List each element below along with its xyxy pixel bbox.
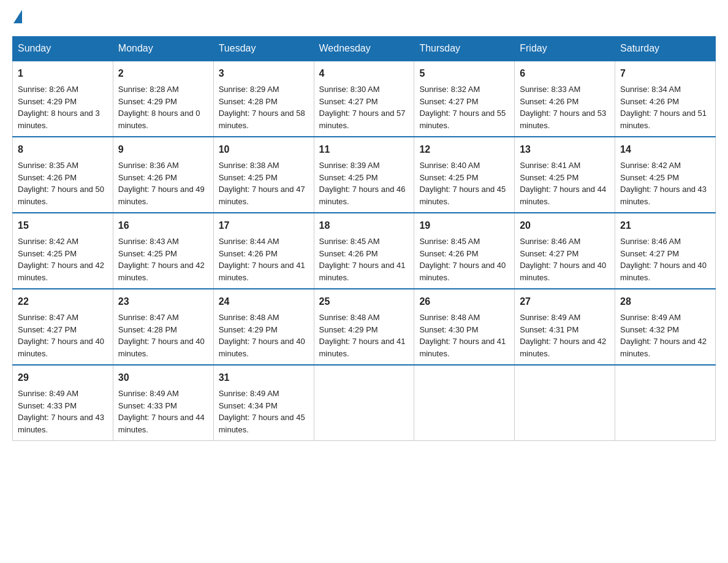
calendar-cell: 28Sunrise: 8:49 AMSunset: 4:32 PMDayligh… bbox=[615, 289, 716, 365]
sunrise-text: Sunrise: 8:29 AM bbox=[219, 83, 309, 96]
daylight-text: Daylight: 7 hours and 40 minutes. bbox=[419, 259, 509, 283]
daylight-text: Daylight: 7 hours and 40 minutes. bbox=[520, 259, 610, 283]
day-number: 19 bbox=[419, 218, 509, 233]
sunrise-text: Sunrise: 8:47 AM bbox=[18, 312, 108, 324]
sunrise-text: Sunrise: 8:47 AM bbox=[118, 312, 208, 324]
calendar-cell: 4Sunrise: 8:30 AMSunset: 4:27 PMDaylight… bbox=[314, 61, 414, 137]
daylight-text: Daylight: 7 hours and 43 minutes. bbox=[620, 183, 710, 207]
daylight-text: Daylight: 7 hours and 57 minutes. bbox=[319, 107, 409, 131]
day-number: 13 bbox=[520, 142, 610, 157]
sunrise-text: Sunrise: 8:26 AM bbox=[18, 83, 108, 96]
calendar-cell: 23Sunrise: 8:47 AMSunset: 4:28 PMDayligh… bbox=[113, 289, 213, 365]
daylight-text: Daylight: 7 hours and 40 minutes. bbox=[219, 335, 309, 359]
daylight-text: Daylight: 7 hours and 40 minutes. bbox=[620, 259, 710, 283]
sunrise-text: Sunrise: 8:46 AM bbox=[520, 236, 610, 248]
col-header-saturday: Saturday bbox=[615, 37, 716, 61]
sunset-text: Sunset: 4:33 PM bbox=[118, 400, 208, 412]
sunset-text: Sunset: 4:25 PM bbox=[620, 172, 710, 184]
sunset-text: Sunset: 4:33 PM bbox=[18, 400, 108, 412]
calendar-cell: 14Sunrise: 8:42 AMSunset: 4:25 PMDayligh… bbox=[615, 137, 716, 213]
logo bbox=[12, 12, 29, 27]
daylight-text: Daylight: 7 hours and 46 minutes. bbox=[319, 183, 409, 207]
day-number: 7 bbox=[620, 66, 710, 81]
day-number: 24 bbox=[219, 294, 309, 309]
sunset-text: Sunset: 4:26 PM bbox=[118, 172, 208, 184]
daylight-text: Daylight: 7 hours and 45 minutes. bbox=[219, 412, 309, 435]
sunrise-text: Sunrise: 8:43 AM bbox=[118, 236, 208, 248]
sunset-text: Sunset: 4:27 PM bbox=[319, 96, 409, 108]
daylight-text: Daylight: 7 hours and 55 minutes. bbox=[419, 107, 509, 131]
col-header-monday: Monday bbox=[113, 37, 213, 61]
day-number: 4 bbox=[319, 66, 409, 81]
daylight-text: Daylight: 7 hours and 42 minutes. bbox=[18, 259, 108, 283]
day-number: 27 bbox=[520, 294, 610, 309]
sunset-text: Sunset: 4:29 PM bbox=[219, 324, 309, 336]
day-number: 10 bbox=[219, 142, 309, 157]
sunrise-text: Sunrise: 8:45 AM bbox=[419, 236, 509, 248]
daylight-text: Daylight: 7 hours and 42 minutes. bbox=[118, 259, 208, 283]
sunrise-text: Sunrise: 8:48 AM bbox=[419, 312, 509, 324]
day-number: 31 bbox=[219, 370, 309, 385]
calendar-cell: 16Sunrise: 8:43 AMSunset: 4:25 PMDayligh… bbox=[113, 213, 213, 289]
calendar-cell: 25Sunrise: 8:48 AMSunset: 4:29 PMDayligh… bbox=[314, 289, 414, 365]
calendar-cell: 24Sunrise: 8:48 AMSunset: 4:29 PMDayligh… bbox=[213, 289, 314, 365]
calendar-cell: 5Sunrise: 8:32 AMSunset: 4:27 PMDaylight… bbox=[414, 61, 515, 137]
sunset-text: Sunset: 4:32 PM bbox=[620, 324, 710, 336]
calendar-cell bbox=[314, 365, 414, 441]
sunset-text: Sunset: 4:34 PM bbox=[219, 400, 309, 412]
day-number: 2 bbox=[118, 66, 208, 81]
day-number: 29 bbox=[18, 370, 108, 385]
sunrise-text: Sunrise: 8:33 AM bbox=[520, 83, 610, 96]
calendar-cell: 27Sunrise: 8:49 AMSunset: 4:31 PMDayligh… bbox=[515, 289, 615, 365]
daylight-text: Daylight: 7 hours and 41 minutes. bbox=[219, 259, 309, 283]
sunrise-text: Sunrise: 8:28 AM bbox=[118, 83, 208, 96]
day-number: 15 bbox=[18, 218, 108, 233]
daylight-text: Daylight: 7 hours and 41 minutes. bbox=[419, 335, 509, 359]
sunset-text: Sunset: 4:25 PM bbox=[419, 172, 509, 184]
daylight-text: Daylight: 8 hours and 0 minutes. bbox=[118, 107, 208, 131]
daylight-text: Daylight: 7 hours and 40 minutes. bbox=[18, 335, 108, 359]
sunrise-text: Sunrise: 8:48 AM bbox=[319, 312, 409, 324]
daylight-text: Daylight: 7 hours and 41 minutes. bbox=[319, 335, 409, 359]
calendar-cell: 20Sunrise: 8:46 AMSunset: 4:27 PMDayligh… bbox=[515, 213, 615, 289]
calendar-cell: 15Sunrise: 8:42 AMSunset: 4:25 PMDayligh… bbox=[13, 213, 113, 289]
calendar-cell: 7Sunrise: 8:34 AMSunset: 4:26 PMDaylight… bbox=[615, 61, 716, 137]
sunrise-text: Sunrise: 8:32 AM bbox=[419, 83, 509, 96]
sunrise-text: Sunrise: 8:48 AM bbox=[219, 312, 309, 324]
calendar-cell: 1Sunrise: 8:26 AMSunset: 4:29 PMDaylight… bbox=[13, 61, 113, 137]
daylight-text: Daylight: 7 hours and 42 minutes. bbox=[620, 335, 710, 359]
sunrise-text: Sunrise: 8:49 AM bbox=[520, 312, 610, 324]
sunrise-text: Sunrise: 8:40 AM bbox=[419, 159, 509, 172]
sunrise-text: Sunrise: 8:49 AM bbox=[620, 312, 710, 324]
day-number: 25 bbox=[319, 294, 409, 309]
col-header-wednesday: Wednesday bbox=[314, 37, 414, 61]
sunset-text: Sunset: 4:27 PM bbox=[419, 96, 509, 108]
calendar-cell: 3Sunrise: 8:29 AMSunset: 4:28 PMDaylight… bbox=[213, 61, 314, 137]
sunrise-text: Sunrise: 8:41 AM bbox=[520, 159, 610, 172]
day-number: 20 bbox=[520, 218, 610, 233]
calendar-cell: 18Sunrise: 8:45 AMSunset: 4:26 PMDayligh… bbox=[314, 213, 414, 289]
daylight-text: Daylight: 7 hours and 50 minutes. bbox=[18, 183, 108, 207]
sunset-text: Sunset: 4:25 PM bbox=[118, 248, 208, 260]
daylight-text: Daylight: 7 hours and 41 minutes. bbox=[319, 259, 409, 283]
calendar-week-row: 29Sunrise: 8:49 AMSunset: 4:33 PMDayligh… bbox=[13, 365, 716, 441]
sunrise-text: Sunrise: 8:38 AM bbox=[219, 159, 309, 172]
day-number: 5 bbox=[419, 66, 509, 81]
calendar-cell: 19Sunrise: 8:45 AMSunset: 4:26 PMDayligh… bbox=[414, 213, 515, 289]
sunset-text: Sunset: 4:29 PM bbox=[118, 96, 208, 108]
daylight-text: Daylight: 7 hours and 42 minutes. bbox=[520, 335, 610, 359]
calendar-cell: 29Sunrise: 8:49 AMSunset: 4:33 PMDayligh… bbox=[13, 365, 113, 441]
calendar-week-row: 1Sunrise: 8:26 AMSunset: 4:29 PMDaylight… bbox=[13, 61, 716, 137]
col-header-friday: Friday bbox=[515, 37, 615, 61]
calendar-cell: 8Sunrise: 8:35 AMSunset: 4:26 PMDaylight… bbox=[13, 137, 113, 213]
sunset-text: Sunset: 4:26 PM bbox=[520, 96, 610, 108]
sunset-text: Sunset: 4:25 PM bbox=[520, 172, 610, 184]
calendar-week-row: 15Sunrise: 8:42 AMSunset: 4:25 PMDayligh… bbox=[13, 213, 716, 289]
calendar-cell: 30Sunrise: 8:49 AMSunset: 4:33 PMDayligh… bbox=[113, 365, 213, 441]
calendar-cell: 17Sunrise: 8:44 AMSunset: 4:26 PMDayligh… bbox=[213, 213, 314, 289]
daylight-text: Daylight: 7 hours and 53 minutes. bbox=[520, 107, 610, 131]
day-number: 9 bbox=[118, 142, 208, 157]
sunset-text: Sunset: 4:30 PM bbox=[419, 324, 509, 336]
sunset-text: Sunset: 4:26 PM bbox=[219, 248, 309, 260]
daylight-text: Daylight: 7 hours and 45 minutes. bbox=[419, 183, 509, 207]
